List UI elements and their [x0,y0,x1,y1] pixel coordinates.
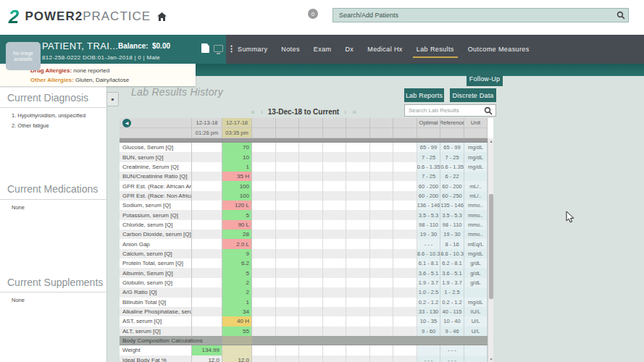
result-value[interactable] [192,316,222,326]
result-value[interactable] [192,258,222,268]
document-icon[interactable] [201,43,209,53]
result-value[interactable] [192,220,222,230]
result-value[interactable] [192,298,222,307]
tab-dx[interactable]: Dx [345,43,354,56]
unit-value: mg/dL [464,298,488,307]
patient-name[interactable]: PATIENT, TRAI... [42,41,118,51]
diagnosis-item[interactable]: 2. Other fatigue [12,122,49,129]
empty-cell [393,258,417,268]
scroll-up-icon[interactable]: ▲ [488,139,493,143]
result-value[interactable]: 2 [222,287,252,297]
result-value[interactable] [192,230,222,239]
date-range-next-icon[interactable]: › [344,108,346,116]
tab-lab-results[interactable]: Lab Results [417,43,454,56]
reference-header: Reference [440,118,464,128]
table-row: GFR Est. (Race: African Ameri..10060 - 2… [120,181,488,190]
empty-cell [393,181,417,190]
date-range-prev-icon[interactable]: ‹ [261,108,263,116]
result-value[interactable] [192,191,222,201]
date-range-last-icon[interactable]: » [352,108,356,116]
section-label: Body Composition Calculations [122,336,203,345]
empty-cell [252,258,276,268]
result-value[interactable]: 120 L [222,201,252,210]
sidebar-collapse-toggle[interactable]: ■ [106,92,119,106]
result-value[interactable]: 40 H [222,316,252,326]
result-value[interactable] [222,345,252,355]
result-value[interactable]: 100 [222,181,252,190]
result-value[interactable]: 70 [222,143,252,152]
notification-badge[interactable]: 0 [308,9,318,19]
result-value[interactable] [192,268,222,277]
tab-summary[interactable]: Summary [238,43,267,56]
tab-outcome-measures[interactable]: Outcome Measures [468,43,530,56]
result-value[interactable]: 6.2 [222,258,252,268]
optimal-range: 9 - 60 [417,327,440,336]
result-value[interactable]: 12.0 [222,355,252,362]
search-icon[interactable] [616,11,625,20]
scrollbar-thumb[interactable] [489,194,493,299]
empty-cell [323,258,347,268]
result-value[interactable] [192,287,222,297]
result-value[interactable] [192,249,222,258]
result-value[interactable]: 5 [222,268,252,277]
result-value[interactable]: 10 [222,152,252,161]
monitor-icon[interactable] [214,45,223,52]
empty-cell [323,268,347,277]
result-value[interactable]: 1 [222,162,252,172]
result-value[interactable] [192,172,222,181]
more-menu-icon[interactable]: ⋮ [227,45,235,52]
result-value[interactable] [192,239,222,248]
result-value[interactable]: 134.99 [192,345,222,355]
result-value[interactable] [192,152,222,161]
result-value[interactable] [192,278,222,287]
result-value[interactable]: 2 [222,278,252,287]
tab-exam[interactable]: Exam [314,43,332,56]
result-value[interactable] [192,210,222,219]
table-scrollbar[interactable]: ▲ ▼ [488,138,493,362]
result-value[interactable]: 9 [222,249,252,258]
tab-medical-hx[interactable]: Medical Hx [367,43,403,56]
patient-search-input[interactable] [333,8,629,22]
result-value[interactable]: 1 [222,298,252,307]
discrete-data-button[interactable]: Discrete Data [450,88,496,102]
lab-reports-button[interactable]: Lab Reports [404,88,444,102]
empty-cell [393,162,417,172]
result-value[interactable]: 90 L [222,220,252,230]
follow-up-button[interactable]: Follow-Up [467,72,503,86]
app-logo[interactable]: 2 POWER2 PRACTICE [9,6,167,28]
patient-photo-placeholder[interactable]: No image available [6,42,41,70]
home-icon[interactable] [156,12,167,22]
result-value[interactable]: 2.0 L [222,239,252,248]
result-value[interactable]: 34 [222,307,252,316]
result-value[interactable] [192,327,222,336]
diagnosis-item[interactable]: 1. Hypothyroidism, unspecified [12,112,85,119]
result-value[interactable] [192,201,222,210]
empty-cell [276,172,300,181]
date-column-header[interactable]: 12-13-18 [192,118,222,128]
result-value[interactable] [192,307,222,316]
empty-cell [299,249,323,258]
date-range-first-icon[interactable]: « [251,108,255,116]
empty-cell [346,298,370,307]
result-value[interactable]: 12.0 [192,355,222,362]
result-value[interactable]: 5 [222,210,252,219]
result-value[interactable] [192,162,222,172]
result-value[interactable] [192,143,222,152]
reference-range: 0.6 - 1.35 [440,162,464,172]
result-value[interactable]: 28 [222,230,252,239]
empty-cell [346,307,370,316]
result-value[interactable]: 100 [222,191,252,201]
empty-cell [299,210,323,219]
scroll-down-icon[interactable]: ▼ [488,357,493,361]
tab-notes[interactable]: Notes [281,43,300,56]
result-value[interactable]: 55 [222,327,252,336]
collapse-dates-icon[interactable]: ◀ [122,119,131,127]
empty-cell [346,316,370,326]
date-column-header[interactable]: 12-17-18 [222,118,252,128]
result-value[interactable]: 35 H [222,172,252,181]
empty-header-cell [276,128,300,138]
unit-value: mmo.. [464,210,488,219]
optimal-range [417,345,440,355]
empty-cell [323,239,347,248]
result-value[interactable] [192,181,222,190]
